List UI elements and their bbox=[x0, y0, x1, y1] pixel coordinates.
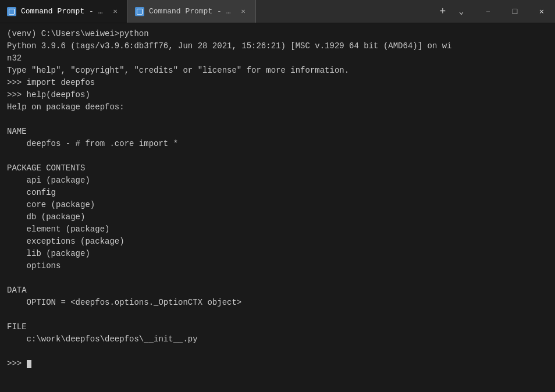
terminal-empty-line bbox=[7, 345, 548, 358]
terminal-empty-line bbox=[7, 272, 548, 284]
terminal-cursor bbox=[27, 360, 31, 368]
new-tab-button[interactable]: + bbox=[434, 3, 451, 20]
terminal-line: element (package) bbox=[7, 223, 548, 236]
terminal-line: options bbox=[7, 260, 548, 272]
maximize-button[interactable]: □ bbox=[501, 0, 528, 23]
tab-python3-close[interactable]: ✕ bbox=[238, 6, 248, 17]
terminal-line: core (package) bbox=[7, 199, 548, 211]
tab-python-close[interactable]: ✕ bbox=[110, 6, 120, 17]
terminal-line: OPTION = <deepfos.options._OptionCTX obj… bbox=[7, 297, 548, 309]
terminal-line: config bbox=[7, 187, 548, 199]
dropdown-button[interactable]: ⌄ bbox=[453, 3, 470, 20]
terminal-empty-line bbox=[7, 113, 548, 126]
titlebar-actions: + ⌄ bbox=[429, 0, 475, 23]
terminal-prompt-line: >>> bbox=[7, 358, 548, 370]
titlebar: Command Prompt - python ✕ Command Prompt… bbox=[0, 0, 555, 23]
terminal-line: FILE bbox=[7, 321, 548, 333]
terminal-empty-line bbox=[7, 309, 548, 321]
minimize-button[interactable]: – bbox=[475, 0, 501, 23]
terminal-line: DATA bbox=[7, 284, 548, 297]
tab-icon-2 bbox=[135, 7, 144, 16]
tab-icon-1 bbox=[7, 7, 16, 16]
terminal-line: Type "help", "copyright", "credits" or "… bbox=[7, 65, 548, 77]
terminal-line: lib (package) bbox=[7, 248, 548, 260]
terminal-line: api (package) bbox=[7, 174, 548, 187]
tabs-container: Command Prompt - python ✕ Command Prompt… bbox=[0, 0, 429, 23]
terminal-line: c:\work\deepfos\deepfos\__init__.py bbox=[7, 333, 548, 345]
tab-python3[interactable]: Command Prompt - python3 ✕ bbox=[128, 0, 256, 23]
terminal-line: Python 3.9.6 (tags/v3.9.6:db3ff76, Jun 2… bbox=[7, 40, 548, 52]
terminal-window: Command Prompt - python ✕ Command Prompt… bbox=[0, 0, 555, 392]
terminal-line: exceptions (package) bbox=[7, 236, 548, 248]
terminal-line: NAME bbox=[7, 126, 548, 138]
tab-python3-label: Command Prompt - python3 bbox=[149, 7, 231, 16]
terminal-line: >>> import deepfos bbox=[7, 77, 548, 89]
terminal-line: deepfos - # from .core import * bbox=[7, 138, 548, 150]
tab-python[interactable]: Command Prompt - python ✕ bbox=[0, 0, 128, 23]
terminal-line: db (package) bbox=[7, 211, 548, 223]
terminal-line: Help on package deepfos: bbox=[7, 101, 548, 113]
terminal-empty-line bbox=[7, 150, 548, 162]
terminal-line: (venv) C:\Users\weiwei>python bbox=[7, 28, 548, 40]
terminal-line: >>> help(deepfos) bbox=[7, 89, 548, 101]
window-controls: – □ ✕ bbox=[475, 0, 555, 23]
terminal-line: n32 bbox=[7, 52, 548, 65]
close-button[interactable]: ✕ bbox=[528, 0, 555, 23]
terminal-line: PACKAGE CONTENTS bbox=[7, 162, 548, 174]
tab-python-label: Command Prompt - python bbox=[21, 7, 103, 16]
terminal-output[interactable]: (venv) C:\Users\weiwei>pythonPython 3.9.… bbox=[0, 23, 555, 392]
